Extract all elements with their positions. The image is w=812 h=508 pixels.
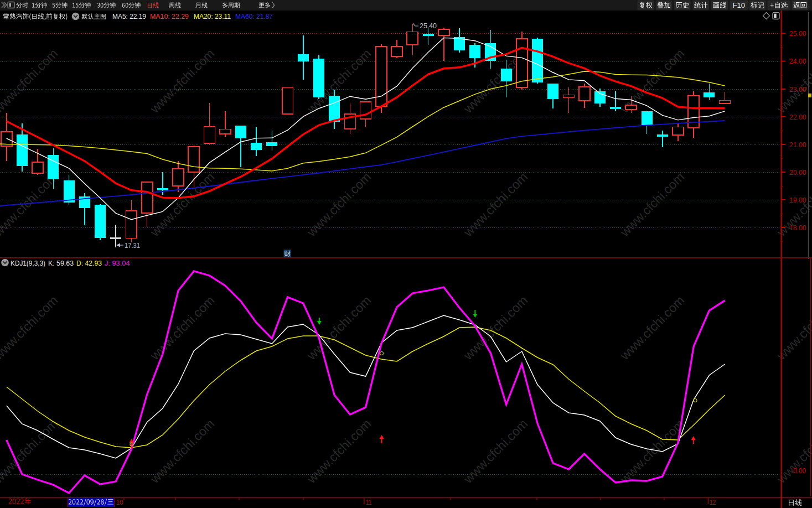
svg-text:10: 10: [116, 498, 123, 506]
svg-text:11: 11: [366, 498, 371, 506]
svg-text:25.40: 25.40: [420, 22, 437, 30]
svg-text:22.00: 22.00: [789, 113, 806, 121]
svg-text:17.31: 17.31: [125, 241, 140, 250]
svg-text:21.00: 21.00: [789, 141, 806, 149]
svg-text:25.00: 25.00: [789, 29, 806, 38]
svg-text:KDJ1(9,3,3): KDJ1(9,3,3): [11, 259, 45, 267]
svg-text:K: 59.63: K: 59.63: [48, 259, 74, 267]
svg-text:MA60: 21.87: MA60: 21.87: [235, 12, 273, 20]
svg-text:20.00: 20.00: [789, 168, 806, 177]
svg-text:12: 12: [710, 498, 716, 506]
svg-text:18.00: 18.00: [789, 224, 806, 232]
svg-text:19.00: 19.00: [789, 196, 806, 204]
svg-text:23.00: 23.00: [789, 85, 806, 94]
svg-text:MA5: 22.19: MA5: 22.19: [112, 12, 146, 20]
svg-text:J: 93.04: J: 93.04: [105, 259, 130, 267]
svg-text:MA20: 23.11: MA20: 23.11: [194, 12, 231, 20]
svg-text:D: 42.93: D: 42.93: [76, 259, 102, 267]
svg-text:F10: F10: [733, 1, 745, 9]
svg-text:0.00: 0.00: [793, 466, 806, 475]
svg-text:MA10: 22.29: MA10: 22.29: [150, 12, 189, 20]
svg-text:24.00: 24.00: [789, 57, 806, 65]
